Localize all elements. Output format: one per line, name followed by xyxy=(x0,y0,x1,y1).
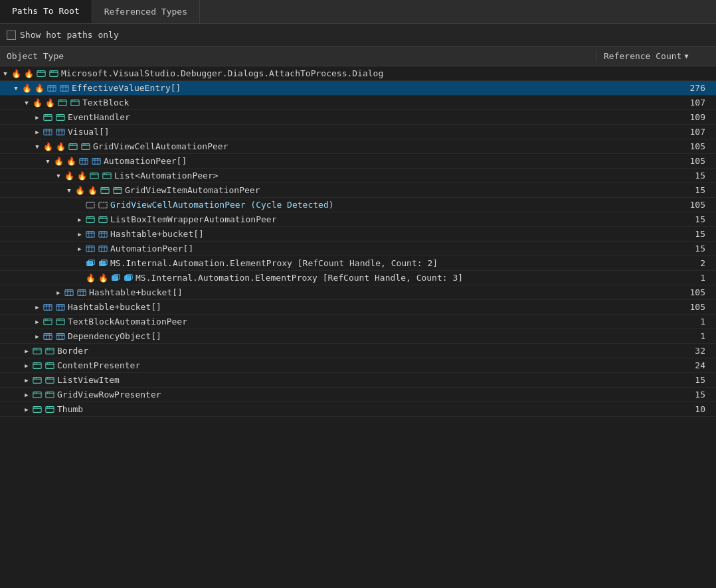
tree-row[interactable]: 🔥🔥 AutomationPeer[]105 xyxy=(0,154,716,169)
expander-icon[interactable] xyxy=(32,127,43,137)
tree-row[interactable]: Hashtable+bucket[]15 xyxy=(0,227,716,242)
reference-count-value: 1 xyxy=(596,273,716,283)
svg-rect-150 xyxy=(33,362,41,368)
expander-icon[interactable] xyxy=(32,141,43,152)
expander-icon[interactable] xyxy=(0,68,11,79)
expander-icon[interactable] xyxy=(11,83,21,94)
tree-row[interactable]: TextBlockAutomationPeer1 xyxy=(0,315,716,329)
expander-icon[interactable] xyxy=(74,214,85,225)
tree-row[interactable]: AutomationPeer[]15 xyxy=(0,242,716,256)
svg-point-71 xyxy=(116,188,117,188)
class-icon xyxy=(98,214,108,225)
expander-icon[interactable] xyxy=(32,317,43,327)
tree-row[interactable]: Visual[]107 xyxy=(0,125,716,139)
reference-count-value: 2 xyxy=(596,258,716,268)
svg-point-19 xyxy=(61,100,62,101)
expander-icon[interactable] xyxy=(21,404,32,415)
tree-row[interactable]: GridViewCellAutomationPeer (Cycle Detect… xyxy=(0,198,716,212)
reference-count-value: 105 xyxy=(596,302,716,312)
svg-rect-36 xyxy=(56,129,64,135)
expander-icon[interactable] xyxy=(21,98,32,108)
class-icon xyxy=(68,141,78,152)
expander-icon[interactable] xyxy=(21,346,32,356)
tree-row[interactable]: 🔥🔥 MS.Internal.Automation.ElementProxy [… xyxy=(0,271,716,285)
node-label: Hashtable+bucket[] xyxy=(110,229,204,239)
flame-icon: 🔥 xyxy=(32,98,43,108)
tree-row[interactable]: GridViewRowPresenter15 xyxy=(0,388,716,402)
reference-count-value: 15 xyxy=(596,390,716,400)
expander-icon[interactable] xyxy=(32,302,43,313)
tree-row[interactable]: 🔥🔥 EffectiveValueEntry[]276 xyxy=(0,81,716,96)
svg-rect-48 xyxy=(80,158,88,164)
tree-row[interactable]: ListBoxItemWrapperAutomationPeer15 xyxy=(0,212,716,227)
svg-rect-20 xyxy=(71,100,79,106)
flame-icon: 🔥 xyxy=(87,185,98,196)
svg-point-152 xyxy=(35,363,35,364)
tab-paths-to-root[interactable]: Paths To Root xyxy=(0,0,92,23)
node-label: List<AutomationPeer> xyxy=(114,171,219,181)
svg-point-145 xyxy=(36,348,37,349)
tree-row[interactable]: ContentPresenter24 xyxy=(0,358,716,373)
node-label: AutomationPeer[] xyxy=(110,244,193,254)
cycle-icon xyxy=(98,200,108,210)
tree-row[interactable]: ListViewItem15 xyxy=(0,373,716,388)
tree-row[interactable]: 🔥🔥 GridViewItemAutomationPeer15 xyxy=(0,183,716,198)
svg-point-81 xyxy=(102,217,102,218)
expander-icon[interactable] xyxy=(21,390,32,400)
array-icon xyxy=(98,229,108,240)
tree-row[interactable]: 🔥🔥 List<AutomationPeer>15 xyxy=(0,169,716,183)
array-icon xyxy=(78,156,89,167)
column-header: Object Type Reference Count ▼ xyxy=(0,46,716,66)
class-icon xyxy=(43,112,53,123)
tree-row[interactable]: Border32 xyxy=(0,344,716,358)
svg-point-47 xyxy=(84,144,85,145)
expander-icon[interactable] xyxy=(53,287,64,298)
expander-icon[interactable] xyxy=(32,112,43,123)
show-hot-paths-checkbox[interactable]: Show hot paths only xyxy=(7,30,119,40)
reference-count-value: 1 xyxy=(596,317,716,327)
array-icon xyxy=(85,229,96,240)
flame-icon: 🔥 xyxy=(23,68,34,79)
tree-row[interactable]: Hashtable+bucket[]105 xyxy=(0,285,716,300)
tree-row[interactable]: MS.Internal.Automation.ElementProxy [Ref… xyxy=(0,256,716,271)
svg-rect-158 xyxy=(33,377,41,383)
node-label: Microsoft.VisualStudio.Debugger.Dialogs.… xyxy=(61,68,383,78)
flame-icon: 🔥 xyxy=(43,141,53,152)
node-label: GridViewCellAutomationPeer (Cycle Detect… xyxy=(110,200,334,210)
sort-arrow-icon: ▼ xyxy=(684,52,688,60)
tree-row[interactable]: 🔥🔥 GridViewCellAutomationPeer105 xyxy=(0,139,716,154)
expander-icon[interactable] xyxy=(74,229,85,240)
node-label: ListViewItem xyxy=(57,375,120,385)
flame-icon: 🔥 xyxy=(11,68,21,79)
class-icon xyxy=(32,390,43,400)
reference-count-value: 1 xyxy=(596,331,716,341)
tree-row[interactable]: Hashtable+bucket[]105 xyxy=(0,300,716,315)
svg-point-129 xyxy=(46,319,47,320)
expander-icon[interactable] xyxy=(32,331,43,342)
tree-row[interactable]: EventHandler109 xyxy=(0,110,716,125)
tree-row[interactable]: 🔥🔥 TextBlock107 xyxy=(0,96,716,110)
expander-icon[interactable] xyxy=(53,171,64,181)
expander-icon[interactable] xyxy=(74,244,85,254)
flame-icon: 🔥 xyxy=(66,156,76,167)
node-label: ContentPresenter xyxy=(57,360,140,370)
array-icon xyxy=(43,331,53,342)
expander-icon[interactable] xyxy=(21,375,32,386)
svg-point-26 xyxy=(45,115,46,115)
svg-point-27 xyxy=(46,115,47,115)
expander-icon[interactable] xyxy=(21,360,32,371)
class-icon xyxy=(55,112,66,123)
node-label: GridViewItemAutomationPeer xyxy=(125,185,260,195)
tree-row[interactable]: 🔥🔥 Microsoft.VisualStudio.Debugger.Dialo… xyxy=(0,66,716,81)
node-label: TextBlock xyxy=(82,98,129,108)
class-icon xyxy=(32,375,43,386)
expander-icon[interactable] xyxy=(43,156,53,167)
tree-row[interactable]: Thumb10 xyxy=(0,402,716,417)
col-reference-count[interactable]: Reference Count ▼ xyxy=(596,51,716,61)
node-label: MS.Internal.Automation.ElementProxy [Ref… xyxy=(135,273,463,283)
expander-icon[interactable] xyxy=(64,185,74,196)
tab-referenced-types[interactable]: Referenced Types xyxy=(92,0,200,23)
svg-point-30 xyxy=(58,115,58,115)
tree-row[interactable]: DependencyObject[]1 xyxy=(0,329,716,344)
class-icon xyxy=(32,404,43,415)
